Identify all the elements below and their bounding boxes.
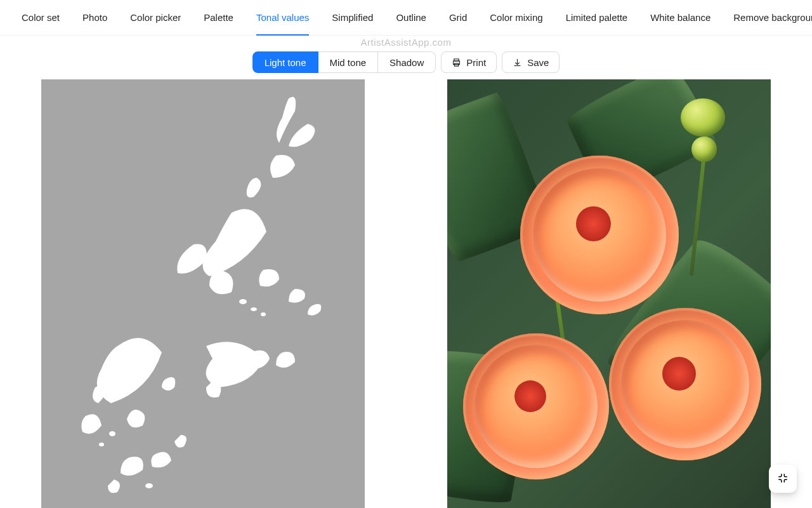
- tab-limited-palette[interactable]: Limited palette: [554, 0, 639, 36]
- tab-label: Outline: [396, 12, 426, 23]
- watermark-text: ArtistAssistApp.com: [0, 37, 812, 48]
- canvas-area: [0, 79, 812, 508]
- tone-option-label: Shadow: [390, 57, 424, 68]
- tab-simplified[interactable]: Simplified: [320, 0, 384, 36]
- tab-label: Tonal values: [256, 12, 309, 23]
- tab-tonal-values[interactable]: Tonal values: [245, 0, 320, 36]
- tab-color-picker[interactable]: Color picker: [119, 0, 192, 36]
- tab-label: Color picker: [130, 12, 181, 23]
- tab-label: Color mixing: [490, 12, 542, 23]
- tab-palette[interactable]: Palette: [192, 0, 245, 36]
- tone-option-mid[interactable]: Mid tone: [318, 51, 379, 73]
- svg-point-7: [99, 443, 104, 446]
- tab-label: Photo: [82, 12, 107, 23]
- tab-photo[interactable]: Photo: [71, 0, 119, 36]
- tone-option-label: Mid tone: [330, 57, 367, 68]
- svg-point-8: [145, 483, 153, 488]
- tab-remove-background[interactable]: Remove background: [722, 0, 812, 36]
- tone-segmented: Light tone Mid tone Shadow: [252, 51, 436, 73]
- tab-label: Palette: [204, 12, 233, 23]
- download-icon: [513, 58, 522, 67]
- svg-point-3: [239, 299, 247, 304]
- tab-outline[interactable]: Outline: [384, 0, 438, 36]
- tone-option-label: Light tone: [265, 57, 306, 68]
- print-button[interactable]: Print: [441, 51, 497, 73]
- main-tabs: Color set Photo Color picker Palette Ton…: [0, 0, 812, 36]
- tab-label: White balance: [650, 12, 710, 23]
- source-photo-panel[interactable]: [447, 79, 771, 508]
- tab-white-balance[interactable]: White balance: [639, 0, 722, 36]
- tonal-output-panel[interactable]: [41, 79, 365, 508]
- svg-point-5: [261, 312, 266, 316]
- tab-label: Grid: [449, 12, 467, 23]
- tone-toolbar: Light tone Mid tone Shadow Print Save: [0, 51, 812, 73]
- tone-option-shadow[interactable]: Shadow: [378, 51, 436, 73]
- exit-fullscreen-button[interactable]: [769, 465, 797, 493]
- print-icon: [452, 58, 461, 67]
- tab-color-set[interactable]: Color set: [10, 0, 71, 36]
- save-button[interactable]: Save: [502, 51, 560, 73]
- save-button-label: Save: [527, 57, 549, 68]
- tab-label: Limited palette: [566, 12, 628, 23]
- tab-grid[interactable]: Grid: [438, 0, 478, 36]
- print-button-label: Print: [466, 57, 486, 68]
- svg-point-6: [109, 431, 115, 436]
- tab-label: Simplified: [332, 12, 373, 23]
- compress-icon: [777, 472, 789, 486]
- tone-option-light[interactable]: Light tone: [252, 51, 318, 73]
- tab-label: Color set: [22, 12, 60, 23]
- svg-point-4: [251, 307, 257, 311]
- tab-label: Remove background: [733, 12, 812, 23]
- tab-color-mixing[interactable]: Color mixing: [478, 0, 554, 36]
